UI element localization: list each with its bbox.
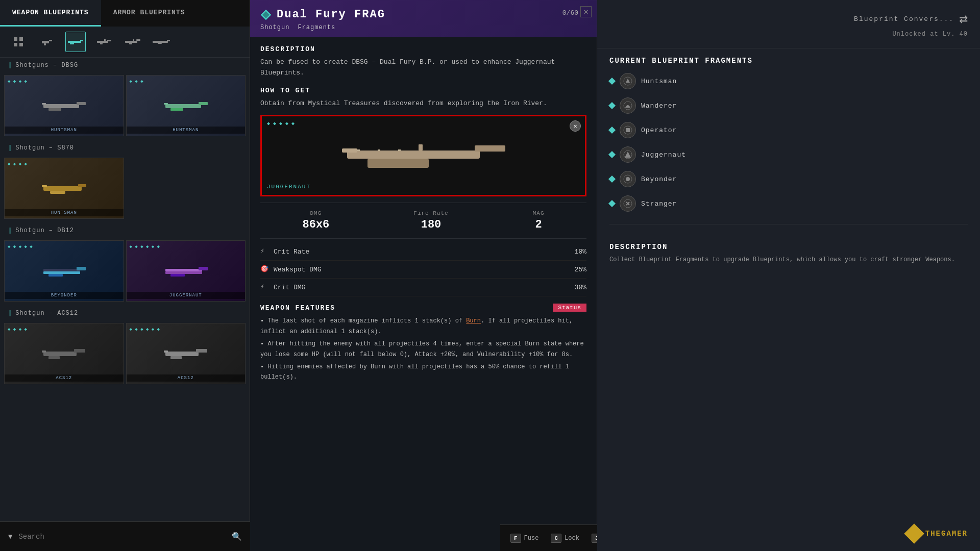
feature-text-1: ▪ The last shot of each magazine inflict… <box>260 316 586 337</box>
list-item[interactable]: ◆ ◆ ◆ ◆ ACS12 <box>4 323 124 384</box>
svg-rect-20 <box>158 43 162 44</box>
operator-fragment-icon <box>620 122 636 138</box>
section-header-db12: Shotgun – DB12 <box>0 223 250 238</box>
svg-rect-51 <box>347 151 480 159</box>
action-fuse[interactable]: F Fuse <box>510 534 538 543</box>
svg-rect-24 <box>42 103 46 105</box>
lock-key-badge: C <box>551 534 561 543</box>
combat-stat-left: ⚡ Crit Rate <box>260 247 309 256</box>
svg-rect-22 <box>77 102 86 105</box>
tabs-bar: WEAPON BLUEPRINTS ARMOR BLUEPRINTS <box>0 0 250 27</box>
svg-rect-17 <box>133 39 134 41</box>
card-label: ACS12 <box>127 374 246 382</box>
tab-weapon-blueprints[interactable]: WEAPON BLUEPRINTS <box>0 0 101 27</box>
wanderer-fragment-icon <box>620 97 636 114</box>
fragment-diamond-icon <box>608 176 616 183</box>
fragment-operator-name: Operator <box>641 127 677 134</box>
card-label: ACS12 <box>5 374 124 382</box>
item-header-top: Dual Fury FRAG <box>260 8 586 21</box>
action-lock[interactable]: C Lock <box>551 534 579 543</box>
weapon-preview-image <box>337 130 510 181</box>
unlock-label: Unlocked at Lv. 40 <box>892 31 968 38</box>
svg-rect-41 <box>43 352 77 356</box>
svg-rect-38 <box>165 271 202 274</box>
stat-dmg-label: DMG <box>302 210 329 216</box>
stat-mag-label: MAG <box>533 210 545 216</box>
svg-rect-0 <box>14 37 17 41</box>
smg-filter-button[interactable] <box>94 32 114 52</box>
item-close-button[interactable]: ✕ <box>580 6 592 17</box>
search-bar: ▼ 🔍 <box>0 521 250 551</box>
fragment-diamond-icon <box>608 200 616 207</box>
preview-label: JUGGERNAUT <box>267 184 311 190</box>
crit-dmg-icon: ⚡ <box>260 283 270 292</box>
features-title: WEAPON FEATURES <box>260 304 335 312</box>
right-panel: Blueprint Convers... ⇄ Unlocked at Lv. 4… <box>597 0 980 551</box>
convert-arrows-icon[interactable]: ⇄ <box>959 10 968 28</box>
svg-rect-1 <box>19 37 23 41</box>
list-item[interactable]: ◆ ◆ ◆ ◆ ◆ ◆ JUGGERNAUT <box>126 240 246 302</box>
svg-rect-14 <box>125 41 137 43</box>
combat-stat-left: ⚡ Crit DMG <box>260 283 305 292</box>
list-item[interactable]: ◆ ◆ ◆ ◆ HUNTSMAN <box>4 75 124 136</box>
svg-rect-53 <box>368 159 429 168</box>
tab-armor-blueprints[interactable]: ARMOR BLUEPRINTS <box>101 0 198 27</box>
dbsg-grid: ◆ ◆ ◆ ◆ HUNTSMAN ◆ ◆ ◆ HUNTSMAN <box>0 73 250 140</box>
list-item[interactable]: ◆ ◆ ◆ ◆ HUNTSMAN <box>4 158 124 219</box>
center-panel: Dual Fury FRAG Shotgun Fragments 0/60 ✕ … <box>250 0 597 551</box>
item-header: Dual Fury FRAG Shotgun Fragments 0/60 ✕ <box>250 0 597 37</box>
crit-rate-label: Crit Rate <box>274 248 309 256</box>
combat-stat-crit-dmg: ⚡ Crit DMG 30% <box>260 279 586 296</box>
preview-close-button[interactable]: ✕ <box>570 120 581 132</box>
filter-icon[interactable]: ▼ <box>8 533 12 541</box>
card-stars: ◆ ◆ ◆ ◆ <box>8 161 27 167</box>
svg-rect-21 <box>43 104 79 108</box>
fragment-diamond-icon <box>608 151 616 158</box>
fragment-diamond-icon <box>608 78 616 85</box>
list-item[interactable]: ◆ ◆ ◆ ◆ ◆ ◆ ACS12 <box>126 323 246 384</box>
weakspot-value: 25% <box>575 266 586 273</box>
list-item[interactable]: ◆ ◆ ◆ ◆ ◆ BEYONDER <box>4 240 124 302</box>
crit-dmg-value: 30% <box>575 284 586 291</box>
svg-rect-5 <box>49 40 52 41</box>
detail-scroll: DESCRIPTION Can be fused to create DBSG … <box>250 37 597 521</box>
svg-rect-3 <box>19 43 23 46</box>
svg-rect-11 <box>107 40 111 41</box>
grid-view-button[interactable] <box>8 32 29 52</box>
svg-rect-57 <box>378 149 380 151</box>
item-title: Dual Fury FRAG <box>277 8 385 21</box>
search-input[interactable] <box>18 533 226 541</box>
stranger-fragment-icon <box>620 195 636 212</box>
stat-fire-rate: Fire Rate 180 <box>413 210 448 231</box>
description-section-title: DESCRIPTION <box>260 45 586 53</box>
svg-rect-18 <box>153 41 168 43</box>
features-header: WEAPON FEATURES Status <box>260 304 586 312</box>
pistol-filter-button[interactable] <box>37 32 57 52</box>
section-header-dbsg: Shotguns – DBSG <box>0 58 250 73</box>
svg-rect-39 <box>199 267 208 270</box>
list-item[interactable]: ◆ ◆ ◆ HUNTSMAN <box>126 75 246 136</box>
svg-rect-40 <box>170 274 185 277</box>
thegamer-text: THEGAMER <box>925 530 968 538</box>
fragment-diamond-icon <box>608 102 616 109</box>
item-diamond-icon <box>260 9 272 20</box>
svg-rect-31 <box>50 191 65 194</box>
ar-filter-button[interactable] <box>122 32 143 52</box>
shotgun-filter-button[interactable] <box>65 32 86 52</box>
search-magnify-icon[interactable]: 🔍 <box>232 532 242 542</box>
card-stars: ◆ ◆ ◆ ◆ ◆ ◆ <box>130 327 160 332</box>
svg-rect-9 <box>70 43 74 44</box>
crit-dmg-label: Crit DMG <box>274 284 305 291</box>
svg-rect-8 <box>80 40 83 41</box>
right-description-text: Collect Blueprint Fragments to upgrade B… <box>597 255 980 265</box>
svg-rect-46 <box>196 349 207 353</box>
left-panel: WEAPON BLUEPRINTS ARMOR BLUEPRINTS Shotg… <box>0 0 250 551</box>
description-text: Can be fused to create DBSG – Dual Fury … <box>260 57 586 79</box>
sniper-filter-button[interactable] <box>151 32 172 52</box>
fuse-key-badge: F <box>510 534 521 543</box>
svg-rect-23 <box>48 108 61 111</box>
stat-dmg: DMG 86x6 <box>302 210 329 231</box>
weapon-type-icons <box>0 27 250 58</box>
weapon-list: Shotguns – DBSG ◆ ◆ ◆ ◆ HUNTSMAN ◆ ◆ ◆ H… <box>0 58 250 521</box>
stats-row: DMG 86x6 Fire Rate 180 MAG 2 <box>260 203 586 239</box>
